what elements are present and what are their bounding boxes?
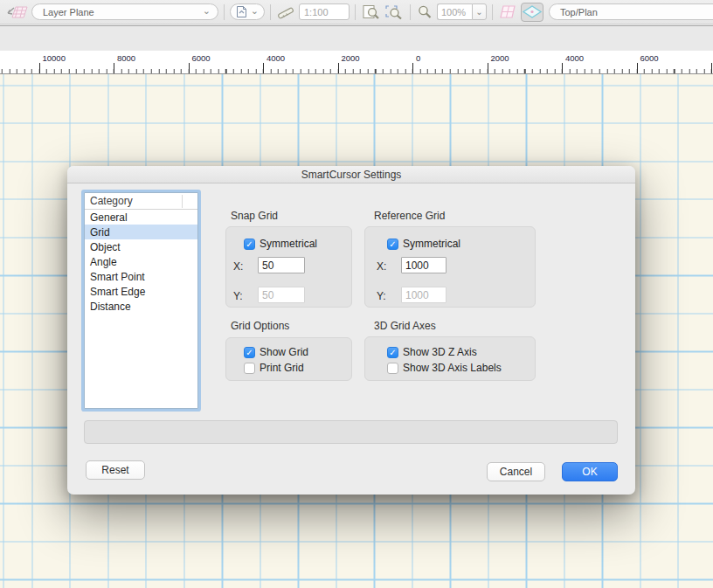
reference-symmetrical-checkbox[interactable]: ✓	[387, 239, 398, 250]
show-grid-row: ✓ Show Grid	[244, 346, 308, 358]
category-item-smart-point[interactable]: Smart Point	[85, 269, 197, 284]
reference-y-field	[401, 287, 446, 303]
layer-plane-select[interactable]: Layer Plane ⌄	[31, 3, 218, 20]
ruler-tick-label: 6000	[640, 53, 659, 63]
snap-symmetrical-checkbox[interactable]: ✓	[244, 239, 255, 250]
snap-symmetrical-label: Symmetrical	[260, 238, 317, 250]
category-item-grid[interactable]: Grid	[85, 225, 197, 239]
dialog-title: SmartCursor Settings	[301, 169, 402, 181]
category-item-distance[interactable]: Distance	[85, 299, 197, 314]
show-grid-checkbox[interactable]: ✓	[244, 347, 255, 358]
print-grid-checkbox[interactable]	[244, 363, 255, 374]
view-bar: Layer Plane ⌄ ⌄	[0, 0, 713, 24]
show-3d-z-axis-label: Show 3D Z Axis	[403, 346, 477, 358]
view-select[interactable]: Top/Plan ⌄	[549, 3, 713, 20]
ruler-major-tick	[562, 63, 563, 73]
zoom-level-combo[interactable]: ⌄	[437, 3, 487, 20]
ruler-tick-label: 8000	[117, 53, 135, 63]
toolbar-separator	[355, 4, 356, 20]
show-3d-axis-labels-label: Show 3D Axis Labels	[403, 362, 502, 374]
view-value: Top/Plan	[560, 7, 598, 17]
toolbar-separator	[270, 4, 271, 20]
ruler: 10000800060004000200002000400060008000	[0, 51, 713, 74]
category-item-angle[interactable]: Angle	[85, 254, 197, 269]
dialog-titlebar[interactable]: SmartCursor Settings	[67, 166, 635, 183]
snap-grid-panel: ✓ Symmetrical X: Y:	[225, 226, 352, 308]
unified-view-button[interactable]	[521, 3, 543, 22]
ruler-tick-label: 10000	[43, 53, 66, 63]
layer-plane-mode-icon[interactable]	[6, 2, 29, 23]
reference-y-label: Y:	[377, 290, 386, 302]
show-3d-axis-labels-row: Show 3D Axis Labels	[387, 362, 502, 374]
snap-x-label: X:	[233, 260, 243, 273]
category-list-rows: GeneralGridObjectAngleSmart PointSmart E…	[85, 210, 197, 314]
reference-symmetrical-row: ✓ Symmetrical	[387, 238, 460, 250]
smartcursor-settings-dialog: SmartCursor Settings Category GeneralGri…	[67, 166, 635, 495]
tool-options-strip	[0, 25, 713, 51]
ruler-major-tick	[711, 63, 712, 73]
ruler-tick-label: 4000	[565, 53, 584, 63]
marquee-zoom-icon[interactable]	[384, 2, 405, 23]
ruler-tick-label: 4000	[267, 53, 285, 63]
toolbar-separator	[492, 4, 493, 20]
working-plane-icon[interactable]	[498, 2, 517, 23]
show-3d-axis-labels-checkbox[interactable]	[387, 363, 398, 374]
show-grid-label: Show Grid	[260, 346, 308, 358]
show-3d-z-axis-checkbox[interactable]: ✓	[387, 347, 398, 358]
reference-x-label: X:	[377, 260, 386, 273]
category-item-general[interactable]: General	[85, 210, 197, 225]
reference-grid-label: Reference Grid	[374, 210, 445, 222]
category-list-header: Category	[85, 193, 197, 210]
snap-grid-label: Snap Grid	[231, 210, 278, 222]
chevron-down-icon: ⌄	[475, 7, 482, 17]
reset-button[interactable]: Reset	[86, 460, 145, 480]
ruler-major-tick	[412, 63, 413, 73]
cancel-button[interactable]: Cancel	[487, 462, 545, 481]
grid-options-label: Grid Options	[231, 320, 289, 332]
layer-scale-icon[interactable]	[276, 2, 295, 23]
reference-grid-panel: ✓ Symmetrical X: Y:	[364, 226, 536, 308]
ruler-major-tick	[114, 63, 114, 73]
snap-x-field[interactable]	[258, 257, 305, 273]
ruler-tick-label: 0	[416, 53, 420, 63]
ruler-major-tick	[637, 63, 638, 73]
document-settings-dropdown[interactable]: ⌄	[230, 3, 265, 20]
chevron-down-icon: ⌄	[203, 7, 211, 14]
document-icon	[236, 5, 247, 18]
ruler-tick-label: 6000	[192, 53, 211, 63]
snap-y-label: Y:	[233, 290, 243, 302]
ruler-major-tick	[488, 63, 488, 73]
fit-to-page-zoom-icon[interactable]	[361, 2, 381, 23]
category-item-smart-edge[interactable]: Smart Edge	[85, 284, 197, 299]
ruler-minor-ticks	[0, 69, 713, 73]
ruler-tick-label: 2000	[342, 53, 360, 63]
reference-x-field[interactable]	[401, 257, 446, 273]
grid-options-panel: ✓ Show Grid Print Grid	[225, 337, 352, 381]
scale-input[interactable]	[299, 3, 350, 20]
print-grid-label: Print Grid	[260, 362, 304, 374]
print-grid-row: Print Grid	[244, 362, 304, 374]
reference-symmetrical-label: Symmetrical	[403, 238, 460, 250]
category-item-object[interactable]: Object	[85, 239, 197, 254]
unified-view-diamond-icon	[522, 4, 543, 19]
toolbar-separator	[410, 4, 411, 20]
zoom-level-dropdown-button[interactable]: ⌄	[472, 3, 487, 20]
ruler-major-tick	[39, 63, 40, 73]
ok-button[interactable]: OK	[562, 462, 618, 481]
3d-grid-axes-label: 3D Grid Axes	[374, 320, 436, 332]
zoom-icon[interactable]	[416, 2, 433, 23]
chevron-down-icon: ⌄	[251, 7, 259, 14]
app-window: Layer Plane ⌄ ⌄	[0, 0, 713, 588]
show-3d-z-axis-row: ✓ Show 3D Z Axis	[387, 346, 477, 358]
category-list[interactable]: Category GeneralGridObjectAngleSmart Poi…	[84, 192, 198, 409]
layer-plane-value: Layer Plane	[43, 7, 94, 17]
column-divider	[182, 195, 183, 208]
toolbar-separator	[224, 4, 225, 20]
zoom-level-input[interactable]	[437, 3, 472, 20]
snap-y-field	[258, 287, 305, 303]
snap-symmetrical-row: ✓ Symmetrical	[244, 238, 317, 250]
3d-grid-axes-panel: ✓ Show 3D Z Axis Show 3D Axis Labels	[364, 336, 536, 381]
ruler-tick-label: 2000	[491, 53, 509, 63]
category-header-label: Category	[90, 195, 133, 207]
ruler-major-tick	[189, 63, 190, 73]
